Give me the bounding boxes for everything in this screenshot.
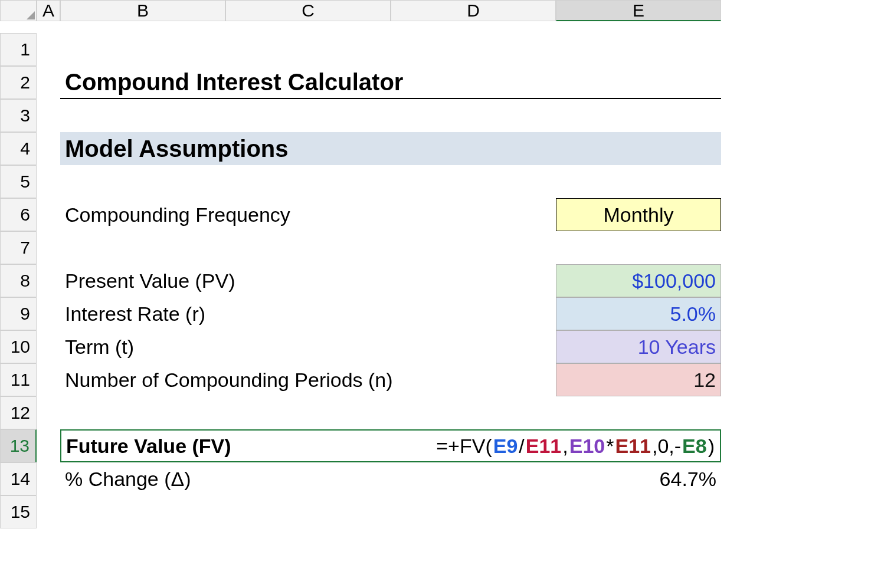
- cell-A11[interactable]: [37, 363, 60, 396]
- formula-sep2: ,0,-: [651, 435, 682, 458]
- formula-op-mul: *: [605, 435, 614, 458]
- cell-A9[interactable]: [37, 297, 60, 330]
- cell-B5[interactable]: [60, 165, 721, 198]
- cell-A10[interactable]: [37, 330, 60, 363]
- cell-A12[interactable]: [37, 396, 60, 429]
- row-header-15[interactable]: 15: [0, 495, 37, 528]
- formula-ref-E11b: E11: [614, 435, 651, 458]
- label-rate: Interest Rate (r): [60, 297, 391, 330]
- cell-B3[interactable]: [60, 99, 721, 132]
- cell-D9[interactable]: [391, 297, 556, 330]
- term-input[interactable]: 10 Years: [556, 330, 721, 363]
- formula-suffix: ): [708, 435, 715, 458]
- cell-A14[interactable]: [37, 462, 60, 495]
- row-header-3[interactable]: 3: [0, 99, 37, 132]
- row-header-5[interactable]: 5: [0, 165, 37, 198]
- col-header-A[interactable]: A: [37, 0, 60, 21]
- row-header-12[interactable]: 12: [0, 396, 37, 429]
- row-header-10[interactable]: 10: [0, 330, 37, 363]
- cell-A15[interactable]: [37, 495, 60, 528]
- row-header-2[interactable]: 2: [0, 66, 37, 99]
- n-input[interactable]: 12: [556, 363, 721, 396]
- cell-A1[interactable]: [37, 33, 60, 66]
- label-n: Number of Compounding Periods (n): [60, 363, 556, 396]
- row-header-6[interactable]: 6: [0, 198, 37, 231]
- label-term: Term (t): [60, 330, 391, 363]
- label-frequency: Compounding Frequency: [60, 198, 391, 231]
- frequency-dropdown[interactable]: Monthly: [556, 198, 721, 231]
- label-pv: Present Value (PV): [60, 264, 391, 297]
- cell-A2[interactable]: [37, 66, 60, 99]
- select-all-corner[interactable]: [0, 0, 37, 21]
- formula-ref-E8: E8: [682, 435, 708, 458]
- cell-A6[interactable]: [37, 198, 60, 231]
- pv-input[interactable]: $100,000: [556, 264, 721, 297]
- rate-input[interactable]: 5.0%: [556, 297, 721, 330]
- col-header-B[interactable]: B: [60, 0, 225, 21]
- row-header-1[interactable]: 1: [0, 33, 37, 66]
- col-header-D[interactable]: D: [391, 0, 556, 21]
- label-fv: Future Value (FV): [60, 429, 225, 462]
- formula-sep1: ,: [562, 435, 568, 458]
- cell-B15[interactable]: [60, 495, 721, 528]
- formula-op-div: /: [518, 435, 525, 458]
- cell-A4[interactable]: [37, 132, 60, 165]
- row-header-4[interactable]: 4: [0, 132, 37, 165]
- formula-prefix: =+FV(: [435, 435, 492, 458]
- cell-D14[interactable]: [391, 462, 556, 495]
- cell-A13[interactable]: [37, 429, 60, 462]
- cell-B7[interactable]: [60, 231, 721, 264]
- row-header-9[interactable]: 9: [0, 297, 37, 330]
- sheet-title[interactable]: Compound Interest Calculator: [60, 66, 721, 99]
- cell-A8[interactable]: [37, 264, 60, 297]
- cell-A5[interactable]: [37, 165, 60, 198]
- row-header-8[interactable]: 8: [0, 264, 37, 297]
- formula-ref-E11a: E11: [525, 435, 562, 458]
- cell-B12[interactable]: [60, 396, 721, 429]
- cell-D8[interactable]: [391, 264, 556, 297]
- cell-D10[interactable]: [391, 330, 556, 363]
- cell-A3[interactable]: [37, 99, 60, 132]
- row-header-7[interactable]: 7: [0, 231, 37, 264]
- col-header-C[interactable]: C: [225, 0, 391, 21]
- spreadsheet-grid[interactable]: A B C D E 1 2 Compound Interest Calculat…: [0, 0, 894, 528]
- row-header-14[interactable]: 14: [0, 462, 37, 495]
- row-header-13[interactable]: 13: [0, 429, 37, 462]
- cell-A7[interactable]: [37, 231, 60, 264]
- row-header-11[interactable]: 11: [0, 363, 37, 396]
- section-header[interactable]: Model Assumptions: [60, 132, 721, 165]
- fv-formula-cell[interactable]: =+FV(E9/E11,E10*E11,0,-E8): [225, 429, 721, 462]
- formula-ref-E9: E9: [493, 435, 519, 458]
- formula-ref-E10: E10: [569, 435, 606, 458]
- label-change: % Change (Δ): [60, 462, 391, 495]
- col-header-E[interactable]: E: [556, 0, 721, 21]
- cell-D6[interactable]: [391, 198, 556, 231]
- cell-B1[interactable]: [60, 33, 721, 66]
- change-value: 64.7%: [556, 462, 721, 495]
